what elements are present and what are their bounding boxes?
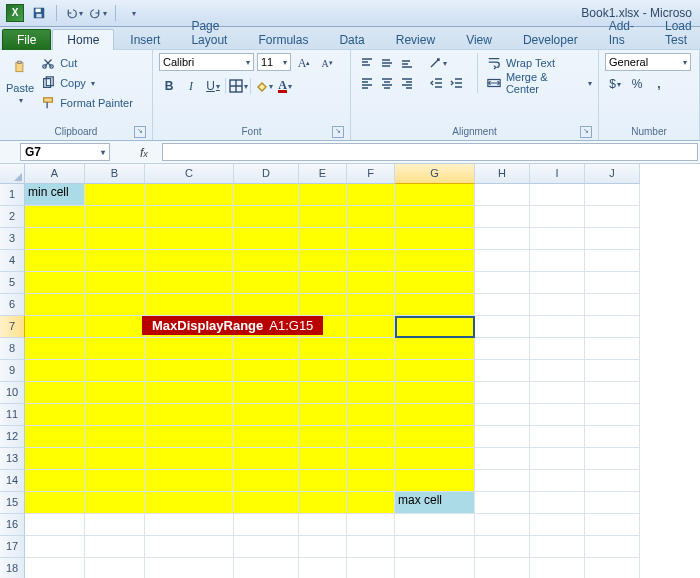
align-bottom-icon[interactable] xyxy=(397,53,417,73)
cell-D10[interactable] xyxy=(234,382,299,404)
cell-J4[interactable] xyxy=(585,250,640,272)
cell-I15[interactable] xyxy=(530,492,585,514)
tab-load-test[interactable]: Load Test xyxy=(650,15,700,50)
cell-F6[interactable] xyxy=(347,294,395,316)
redo-icon[interactable]: ▾ xyxy=(89,4,107,22)
cell-D11[interactable] xyxy=(234,404,299,426)
cell-A17[interactable] xyxy=(25,536,85,558)
cell-J11[interactable] xyxy=(585,404,640,426)
row-header-14[interactable]: 14 xyxy=(0,470,25,492)
cell-C4[interactable] xyxy=(145,250,234,272)
cell-G14[interactable] xyxy=(395,470,475,492)
cell-E8[interactable] xyxy=(299,338,347,360)
col-header-D[interactable]: D xyxy=(234,164,299,184)
row-header-12[interactable]: 12 xyxy=(0,426,25,448)
cell-E15[interactable] xyxy=(299,492,347,514)
cell-G9[interactable] xyxy=(395,360,475,382)
orientation-button[interactable]: ▾ xyxy=(427,53,447,73)
cell-A12[interactable] xyxy=(25,426,85,448)
cell-H10[interactable] xyxy=(475,382,530,404)
cell-G6[interactable] xyxy=(395,294,475,316)
row-header-18[interactable]: 18 xyxy=(0,558,25,578)
cell-E5[interactable] xyxy=(299,272,347,294)
cell-H11[interactable] xyxy=(475,404,530,426)
row-header-5[interactable]: 5 xyxy=(0,272,25,294)
cell-A18[interactable] xyxy=(25,558,85,578)
cell-I14[interactable] xyxy=(530,470,585,492)
merge-center-button[interactable]: Merge & Center▾ xyxy=(486,73,592,93)
accounting-format-button[interactable]: $▾ xyxy=(605,74,625,94)
cell-C1[interactable] xyxy=(145,184,234,206)
cell-G4[interactable] xyxy=(395,250,475,272)
cell-E4[interactable] xyxy=(299,250,347,272)
cell-B1[interactable] xyxy=(85,184,145,206)
cell-H13[interactable] xyxy=(475,448,530,470)
row-headers[interactable]: 123456789101112131415161718 xyxy=(0,184,25,578)
row-header-13[interactable]: 13 xyxy=(0,448,25,470)
cell-J9[interactable] xyxy=(585,360,640,382)
cell-B7[interactable] xyxy=(85,316,145,338)
decrease-indent-icon[interactable] xyxy=(427,73,447,93)
save-icon[interactable] xyxy=(30,4,48,22)
cell-J5[interactable] xyxy=(585,272,640,294)
cell-I13[interactable] xyxy=(530,448,585,470)
cell-D16[interactable] xyxy=(234,514,299,536)
cell-I6[interactable] xyxy=(530,294,585,316)
tab-formulas[interactable]: Formulas xyxy=(243,29,323,50)
row-header-17[interactable]: 17 xyxy=(0,536,25,558)
cell-I5[interactable] xyxy=(530,272,585,294)
font-color-button[interactable]: A▾ xyxy=(275,76,295,96)
cell-G7[interactable] xyxy=(395,316,475,338)
cell-D8[interactable] xyxy=(234,338,299,360)
cell-I1[interactable] xyxy=(530,184,585,206)
cell-A1[interactable]: min cell xyxy=(25,184,85,206)
cell-G10[interactable] xyxy=(395,382,475,404)
cell-B12[interactable] xyxy=(85,426,145,448)
worksheet-grid[interactable]: ABCDEFGHIJ 123456789101112131415161718 m… xyxy=(0,164,700,578)
cell-G5[interactable] xyxy=(395,272,475,294)
cell-E17[interactable] xyxy=(299,536,347,558)
cell-F17[interactable] xyxy=(347,536,395,558)
cell-C13[interactable] xyxy=(145,448,234,470)
cell-A7[interactable] xyxy=(25,316,85,338)
cell-D15[interactable] xyxy=(234,492,299,514)
cell-I4[interactable] xyxy=(530,250,585,272)
cell-C16[interactable] xyxy=(145,514,234,536)
comma-format-button[interactable]: , xyxy=(649,74,669,94)
cell-G11[interactable] xyxy=(395,404,475,426)
cell-B2[interactable] xyxy=(85,206,145,228)
number-format-combo[interactable]: General▾ xyxy=(605,53,691,71)
tab-data[interactable]: Data xyxy=(324,29,379,50)
cell-G2[interactable] xyxy=(395,206,475,228)
cell-B14[interactable] xyxy=(85,470,145,492)
tab-developer[interactable]: Developer xyxy=(508,29,593,50)
copy-button[interactable]: Copy▾ xyxy=(40,73,133,93)
cell-E14[interactable] xyxy=(299,470,347,492)
cell-I10[interactable] xyxy=(530,382,585,404)
cell-J14[interactable] xyxy=(585,470,640,492)
cell-A5[interactable] xyxy=(25,272,85,294)
cell-F9[interactable] xyxy=(347,360,395,382)
row-header-1[interactable]: 1 xyxy=(0,184,25,206)
cell-G17[interactable] xyxy=(395,536,475,558)
row-header-9[interactable]: 9 xyxy=(0,360,25,382)
cell-F7[interactable] xyxy=(347,316,395,338)
cell-A16[interactable] xyxy=(25,514,85,536)
col-header-H[interactable]: H xyxy=(475,164,530,184)
cell-I16[interactable] xyxy=(530,514,585,536)
cell-B4[interactable] xyxy=(85,250,145,272)
cell-B15[interactable] xyxy=(85,492,145,514)
cell-G12[interactable] xyxy=(395,426,475,448)
col-header-I[interactable]: I xyxy=(530,164,585,184)
cell-F11[interactable] xyxy=(347,404,395,426)
cell-D4[interactable] xyxy=(234,250,299,272)
col-header-F[interactable]: F xyxy=(347,164,395,184)
cell-E9[interactable] xyxy=(299,360,347,382)
cell-C10[interactable] xyxy=(145,382,234,404)
increase-indent-icon[interactable] xyxy=(447,73,467,93)
cell-H16[interactable] xyxy=(475,514,530,536)
cell-G16[interactable] xyxy=(395,514,475,536)
cell-D6[interactable] xyxy=(234,294,299,316)
paste-button[interactable]: Paste▾ xyxy=(6,53,34,106)
cell-A14[interactable] xyxy=(25,470,85,492)
